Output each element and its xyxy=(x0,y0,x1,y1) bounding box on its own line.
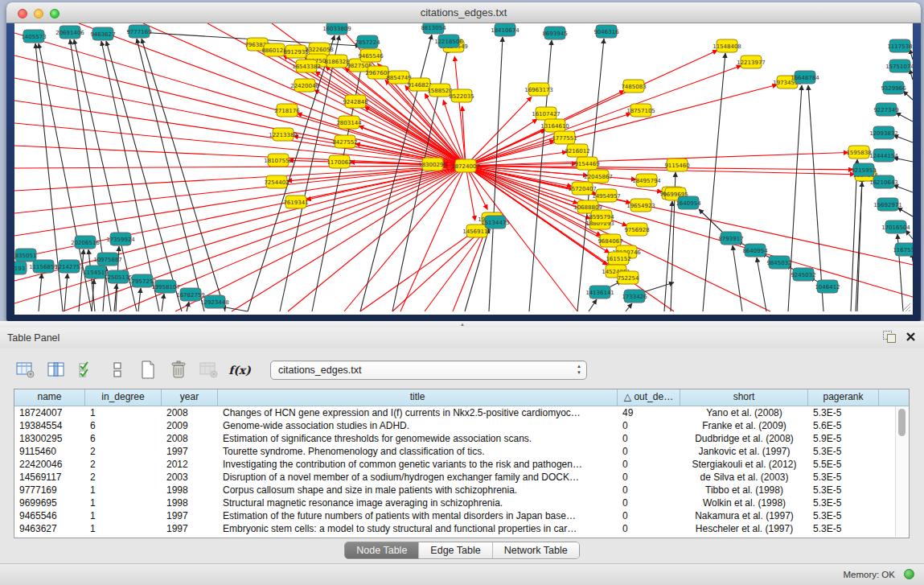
graph-node[interactable]: 8186328 xyxy=(324,55,349,68)
graph-node[interactable]: 10975887 xyxy=(93,253,122,266)
graph-node[interactable]: 1170062 xyxy=(326,155,351,168)
graph-node[interactable]: 8793917 xyxy=(718,232,743,245)
graph-node[interactable]: 20206516 xyxy=(71,236,100,249)
tab-edge-table[interactable]: Edge Table xyxy=(419,542,492,558)
graph-node[interactable]: 14954957 xyxy=(592,189,621,202)
graph-node[interactable]: 18495794 xyxy=(632,174,661,187)
graph-node[interactable]: 15751074 xyxy=(885,60,913,72)
graph-node[interactable]: 9465546 xyxy=(358,49,384,62)
memory-status-icon[interactable] xyxy=(904,569,914,579)
graph-node[interactable]: 8427552 xyxy=(332,135,357,148)
show-columns-icon[interactable] xyxy=(45,359,68,381)
column-header-short[interactable]: short xyxy=(680,389,808,406)
graph-node[interactable]: 8595794 xyxy=(589,210,614,223)
graph-node[interactable]: 7485083 xyxy=(621,80,646,93)
row-height-icon[interactable] xyxy=(106,359,129,381)
graph-node[interactable]: 16543382 xyxy=(292,60,321,72)
graph-node[interactable]: 1405573 xyxy=(21,30,46,43)
column-header-title[interactable]: title xyxy=(218,389,618,406)
graph-node[interactable]: 9215953 xyxy=(851,163,876,176)
graph-node[interactable]: 18107552 xyxy=(264,154,293,167)
graph-node[interactable]: 19654923 xyxy=(626,199,655,212)
graph-node[interactable]: 18410674 xyxy=(491,23,519,36)
graph-node[interactable]: 8216012 xyxy=(565,144,589,157)
graph-node[interactable]: 13164610 xyxy=(540,119,569,132)
graph-node[interactable]: 9046316 xyxy=(593,25,619,38)
graph-node[interactable]: 1777551 xyxy=(552,131,577,144)
graph-node[interactable]: 20691406 xyxy=(55,26,84,39)
table-row[interactable]: 946362711997Embryonic stem cells: a mode… xyxy=(14,522,909,535)
column-header-out_de[interactable]: △ out_de… xyxy=(618,389,680,406)
window-titlebar[interactable]: citations_edges.txt xyxy=(6,2,921,23)
column-header-in_degree[interactable]: in_degree xyxy=(85,389,162,406)
graph-node[interactable]: 1595838 xyxy=(846,146,871,159)
column-header-name[interactable]: name xyxy=(14,389,85,406)
graph-node[interactable]: 16033809 xyxy=(322,23,351,35)
function-builder-icon[interactable]: f(x) xyxy=(228,359,251,381)
graph-node[interactable]: 8813054 xyxy=(421,23,446,34)
graph-node[interactable]: 9227349 xyxy=(873,103,898,116)
graph-node[interactable]: 9329966 xyxy=(881,81,906,94)
graph-node[interactable]: 15134475 xyxy=(481,216,510,229)
column-header-year[interactable]: year xyxy=(162,389,218,406)
graph-node[interactable]: 16210643 xyxy=(869,175,898,188)
graph-node[interactable]: 9756928 xyxy=(624,223,649,236)
graph-node[interactable]: 12218506 xyxy=(434,35,463,47)
tab-network-table[interactable]: Network Table xyxy=(493,542,579,558)
delete-table-icon[interactable] xyxy=(167,359,190,381)
network-window[interactable]: citations_edges.txt 18724007183002957963… xyxy=(6,2,921,321)
graph-node[interactable]: 7254402 xyxy=(264,175,289,188)
vertical-scrollbar[interactable] xyxy=(895,406,908,537)
graph-node[interactable]: 12444154 xyxy=(869,149,898,162)
graph-node[interactable]: 2803144 xyxy=(336,116,362,129)
graph-node[interactable]: 11548408 xyxy=(713,39,741,52)
table-row[interactable]: 2242004622012Investigating the contribut… xyxy=(14,458,909,471)
column-header-pagerank[interactable]: pagerank xyxy=(808,389,879,406)
graph-node[interactable]: 22045867 xyxy=(584,170,613,183)
graph-node[interactable]: 8640954 xyxy=(742,244,768,257)
graph-node[interactable]: 15692971 xyxy=(873,198,902,211)
graph-node[interactable]: 17359924 xyxy=(106,233,135,245)
network-canvas[interactable]: 1872400718300295796382288601288912935232… xyxy=(14,23,913,315)
graph-node[interactable]: 7619341 xyxy=(283,196,308,208)
table-row[interactable]: 911546021997Tourette syndrome. Phenomeno… xyxy=(14,445,909,458)
float-window-icon[interactable] xyxy=(883,331,896,343)
table-settings-icon[interactable] xyxy=(14,359,37,381)
table-row[interactable]: 969969511998Structural magnetic resonanc… xyxy=(14,496,909,509)
drag-handle-icon[interactable]: ▴ xyxy=(458,322,466,326)
graph-node[interactable]: 9845032 xyxy=(766,256,791,269)
select-columns-icon[interactable] xyxy=(76,359,98,381)
graph-node[interactable]: 2718176 xyxy=(274,104,300,117)
graph-node[interactable]: 1615152 xyxy=(606,252,630,265)
table-row[interactable]: 946554611997Estimation of the future num… xyxy=(14,509,909,522)
graph-node[interactable]: 12142757 xyxy=(55,260,84,273)
graph-node[interactable]: 18300295 xyxy=(418,158,447,171)
graph-node[interactable]: 22420046 xyxy=(290,79,319,92)
table-row[interactable]: 1456911722003Disruption of a novel membe… xyxy=(14,471,909,484)
graph-node[interactable]: 17016504 xyxy=(881,220,910,233)
close-icon[interactable] xyxy=(906,332,916,342)
graph-node[interactable]: 9242848 xyxy=(343,95,368,108)
graph-node[interactable]: 752254 xyxy=(618,271,639,284)
graph-node[interactable]: 1117538 xyxy=(887,39,912,52)
graph-node[interactable]: 12923448 xyxy=(200,295,229,308)
graph-node[interactable]: 9777169 xyxy=(126,25,151,38)
scrollbar-thumb[interactable] xyxy=(898,409,906,436)
table-row[interactable]: 1830029562008Estimation of significance … xyxy=(14,432,909,445)
network-graph[interactable]: 1872400718300295796382288601288912935232… xyxy=(14,23,913,315)
resize-grip-icon[interactable] xyxy=(902,303,910,311)
graph-node[interactable]: 18724007 xyxy=(451,159,480,172)
new-table-icon[interactable] xyxy=(137,359,159,381)
graph-node[interactable]: 9115460 xyxy=(664,159,689,171)
graph-node[interactable]: 16648784 xyxy=(791,71,819,84)
graph-node[interactable]: 1733426 xyxy=(622,290,647,303)
graph-node[interactable]: 7857224 xyxy=(355,35,380,48)
graph-node[interactable]: 835051 xyxy=(15,249,37,262)
table-selector-dropdown[interactable]: citations_edges.txt ▲▼ xyxy=(270,360,587,380)
graph-node[interactable]: 12213977 xyxy=(737,56,766,68)
graph-node[interactable]: 9154469 xyxy=(574,157,599,170)
graph-node[interactable]: 8693945 xyxy=(542,27,567,39)
table-row[interactable]: 1938455462009Genome-wide association stu… xyxy=(14,419,909,432)
graph-node[interactable]: 8522035 xyxy=(449,89,474,102)
graph-node[interactable]: 18757105 xyxy=(626,104,655,117)
